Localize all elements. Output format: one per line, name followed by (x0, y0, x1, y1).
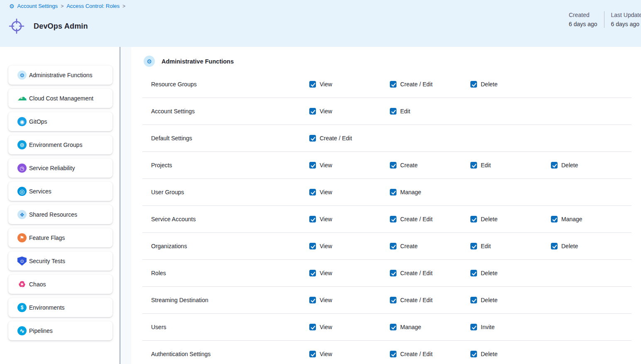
permission-checkbox-delete[interactable]: Delete (551, 243, 631, 249)
sidebar-item-cloud-cost-management[interactable]: Cloud Cost Management (8, 89, 113, 108)
checkbox-icon[interactable] (470, 270, 477, 276)
permission-checkbox-manage[interactable]: Manage (551, 216, 631, 222)
permission-checkbox-delete[interactable]: Delete (551, 162, 631, 169)
permission-row-account-settings: Account SettingsViewEdit (142, 98, 631, 125)
checkbox-icon[interactable] (390, 81, 396, 88)
checkbox-icon[interactable] (309, 270, 316, 276)
sidebar-item-environments[interactable]: Environments (8, 298, 113, 317)
permission-row-service-accounts: Service AccountsViewCreate / EditDeleteM… (142, 206, 631, 233)
services-icon (17, 187, 27, 196)
sidebar-item-feature-flags[interactable]: Feature Flags (8, 228, 113, 247)
sidebar-item-gitops[interactable]: GitOps (8, 112, 113, 131)
sidebar-item-security-tests[interactable]: Security Tests (8, 252, 113, 271)
resource-label: Projects (142, 162, 309, 169)
checkbox-icon[interactable] (390, 189, 396, 195)
checkbox-icon[interactable] (390, 243, 396, 249)
checkbox-icon[interactable] (309, 351, 316, 357)
permission-checkbox-view[interactable]: View (309, 108, 390, 115)
permission-checkbox-view[interactable]: View (309, 297, 390, 303)
checkbox-icon[interactable] (470, 243, 477, 249)
resource-label: Service Accounts (142, 216, 309, 222)
permission-label: Create / Edit (320, 135, 352, 142)
checkbox-icon[interactable] (470, 81, 477, 88)
permission-checkbox-view[interactable]: View (309, 243, 390, 249)
permission-checkbox-create[interactable]: Create (390, 162, 470, 169)
permission-checkbox-edit[interactable]: Edit (470, 162, 551, 169)
permission-checkbox-create-edit[interactable]: Create / Edit (390, 351, 470, 357)
breadcrumb-separator: > (61, 3, 64, 9)
permission-checkbox-view[interactable]: View (309, 189, 390, 195)
sidebar-item-services[interactable]: Services (8, 182, 113, 201)
permission-checkbox-manage[interactable]: Manage (390, 189, 470, 195)
sidebar-item-chaos[interactable]: Chaos (8, 275, 113, 294)
checkbox-icon[interactable] (390, 108, 396, 115)
permission-checkbox-view[interactable]: View (309, 216, 390, 222)
checkbox-icon[interactable] (470, 297, 477, 303)
permission-checkbox-create-edit[interactable]: Create / Edit (390, 270, 470, 276)
feature-flags-icon (17, 233, 27, 242)
checkbox-icon[interactable] (470, 162, 477, 169)
checkbox-icon[interactable] (390, 270, 396, 276)
sidebar-item-environment-groups[interactable]: Environment Groups (8, 135, 113, 154)
checkbox-icon[interactable] (551, 243, 558, 249)
permission-checkbox-manage[interactable]: Manage (390, 324, 470, 330)
permission-label: Delete (561, 243, 578, 249)
permission-checkbox-view[interactable]: View (309, 270, 390, 276)
permission-checkbox-delete[interactable]: Delete (470, 270, 551, 276)
checkbox-icon[interactable] (551, 162, 558, 169)
security-tests-icon (17, 257, 27, 266)
breadcrumb-account-settings[interactable]: Account Settings (17, 3, 58, 9)
permission-checkbox-delete[interactable]: Delete (470, 351, 551, 357)
role-crosshair-icon (9, 17, 24, 35)
permission-checkbox-invite[interactable]: Invite (470, 324, 551, 330)
permission-checkbox-create-edit[interactable]: Create / Edit (390, 81, 470, 88)
permission-checkbox-create-edit[interactable]: Create / Edit (390, 216, 470, 222)
permission-checkbox-edit[interactable]: Edit (470, 243, 551, 249)
checkbox-icon[interactable] (390, 351, 396, 357)
permission-label: Delete (481, 297, 497, 303)
sidebar-item-shared-resources[interactable]: Shared Resources (8, 205, 113, 224)
checkbox-icon[interactable] (470, 216, 477, 222)
checkbox-icon[interactable] (309, 324, 316, 330)
breadcrumb: ⚙ Account Settings > Access Control: Rol… (9, 3, 125, 9)
permission-checkbox-create-edit[interactable]: Create / Edit (390, 297, 470, 303)
checkbox-icon[interactable] (551, 216, 558, 222)
checkbox-icon[interactable] (390, 162, 396, 169)
breadcrumb-access-control-roles[interactable]: Access Control: Roles (66, 3, 120, 9)
checkbox-icon[interactable] (309, 135, 316, 142)
permission-checkbox-delete[interactable]: Delete (470, 216, 551, 222)
checkbox-icon[interactable] (390, 297, 396, 303)
permission-checkbox-edit[interactable]: Edit (390, 108, 470, 115)
checkbox-icon[interactable] (390, 216, 396, 222)
checkbox-icon[interactable] (309, 162, 316, 169)
permission-row-roles: RolesViewCreate / EditDelete (142, 260, 631, 287)
pipelines-icon (17, 326, 27, 335)
sidebar-gutter (120, 47, 131, 364)
permission-checkbox-delete[interactable]: Delete (470, 81, 551, 88)
checkbox-icon[interactable] (309, 189, 316, 195)
permission-label: Create / Edit (400, 351, 433, 357)
checkbox-icon[interactable] (309, 216, 316, 222)
checkbox-icon[interactable] (470, 351, 477, 357)
permission-checkbox-view[interactable]: View (309, 351, 390, 357)
permission-checkbox-create-edit[interactable]: Create / Edit (309, 135, 390, 142)
sidebar-item-pipelines[interactable]: Pipelines (8, 321, 113, 340)
permission-checkbox-view[interactable]: View (309, 162, 390, 169)
checkbox-icon[interactable] (309, 81, 316, 88)
resource-label: Default Settings (142, 135, 309, 142)
permission-checkbox-create[interactable]: Create (390, 243, 470, 249)
permission-checkbox-view[interactable]: View (309, 81, 390, 88)
resource-label: Organizations (142, 243, 309, 249)
sidebar-item-service-reliability[interactable]: Service Reliability (8, 159, 113, 178)
permission-label: View (320, 216, 332, 222)
checkbox-icon[interactable] (309, 297, 316, 303)
permission-checkbox-view[interactable]: View (309, 324, 390, 330)
checkbox-icon[interactable] (390, 324, 396, 330)
checkbox-icon[interactable] (309, 108, 316, 115)
permission-checkbox-delete[interactable]: Delete (470, 297, 551, 303)
permission-label: Edit (400, 108, 410, 115)
checkbox-icon[interactable] (470, 324, 477, 330)
sidebar-item-administrative-functions[interactable]: Administrative Functions (8, 66, 113, 85)
checkbox-icon[interactable] (309, 243, 316, 249)
permission-row-default-settings: Default SettingsCreate / Edit (142, 125, 631, 152)
